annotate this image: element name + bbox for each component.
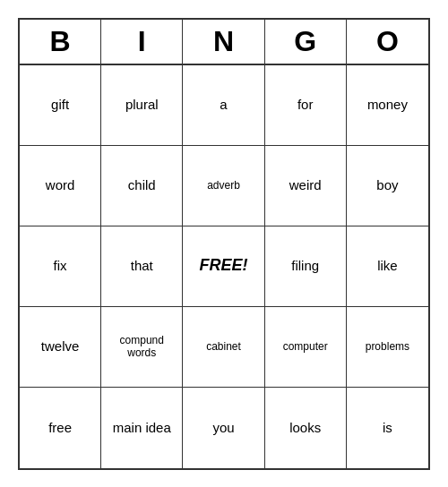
cell-r1-c0: word [20,146,101,226]
cell-r1-c1: child [101,146,183,226]
bingo-card: BINGO giftpluralaformoneywordchildadverb… [18,18,430,470]
header-letter: G [265,20,347,64]
cell-r3-c4: problems [347,307,428,388]
cell-r1-c4: boy [347,146,428,226]
cell-r3-c3: computer [265,307,347,388]
cell-r4-c3: looks [265,388,347,468]
header-letter: B [20,20,101,64]
cell-r0-c3: for [265,65,347,146]
cell-r3-c1: compund words [101,307,183,388]
cell-r2-c2: FREE! [183,226,264,307]
cell-r4-c0: free [20,388,101,468]
cell-r2-c3: filing [265,226,347,307]
cell-r2-c4: like [347,226,428,307]
cell-r0-c0: gift [20,65,101,146]
cell-r4-c2: you [183,388,264,468]
cell-r3-c2: cabinet [183,307,264,388]
cell-r0-c2: a [183,65,264,146]
cell-r0-c4: money [347,65,428,146]
cell-r4-c4: is [347,388,428,468]
cell-r1-c3: weird [265,146,347,226]
header-letter: O [347,20,428,64]
header-letter: N [183,20,264,64]
bingo-grid: giftpluralaformoneywordchildadverbweirdb… [20,65,428,468]
cell-r3-c0: twelve [20,307,101,388]
header-letter: I [101,20,183,64]
cell-r4-c1: main idea [101,388,183,468]
cell-r2-c0: fix [20,226,101,307]
bingo-header: BINGO [20,20,428,65]
cell-r1-c2: adverb [183,146,264,226]
cell-r0-c1: plural [101,65,183,146]
cell-r2-c1: that [101,226,183,307]
